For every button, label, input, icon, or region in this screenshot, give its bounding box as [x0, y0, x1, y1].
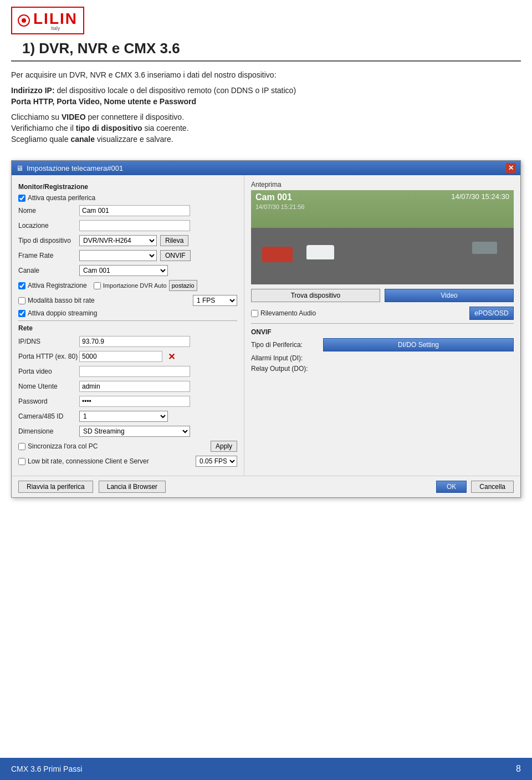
lowbit-label: Low bit rate, connessione Client e Serve…: [28, 457, 149, 465]
porta-video-label: Porta video: [18, 368, 79, 375]
epos-group: ePOS/OSD: [469, 307, 514, 320]
nome-utente-label: Nome Utente: [18, 383, 79, 390]
intro-line3: Porta HTTP, Porta Video, Nome utente e P…: [11, 97, 521, 106]
rilevamento-row: Rilevamento Audio ePOS/OSD: [251, 307, 514, 320]
anteprima-label: Anteprima: [251, 181, 514, 188]
camera-id-select[interactable]: 1: [79, 411, 168, 422]
content: Per acquisire un DVR, NVR e CMX 3.6 inse…: [0, 62, 532, 155]
locazione-input[interactable]: [79, 220, 190, 231]
apply-button[interactable]: Apply: [211, 441, 237, 452]
rilevamento-checkbox[interactable]: [251, 310, 258, 317]
right-panel: Anteprima Cam 001 14/07/30 15:24:30 14/0…: [244, 175, 520, 476]
dido-button[interactable]: DI/DO Setting: [323, 338, 514, 351]
cam-name: Cam 001: [255, 192, 292, 202]
camera-overlay: Cam 001 14/07/30 15:24:30 14/07/30 15:21…: [251, 190, 514, 284]
attiva-doppio-label: Attiva doppio streaming: [28, 309, 97, 317]
tipo-select[interactable]: DVR/NVR-H264: [79, 235, 157, 246]
canale-select[interactable]: Cam 001: [79, 265, 168, 276]
modalita-row: Modalità basso bit rate 1 FPS: [18, 294, 237, 307]
attiva-reg-checkbox[interactable]: [18, 282, 25, 289]
modalita-label: Modalità basso bit rate: [28, 297, 95, 304]
rilevamento-check-group: Rilevamento Audio: [251, 309, 316, 317]
indent-block: Indirizzo IP: del dispositivo locale o d…: [11, 86, 521, 106]
porta-http-input[interactable]: [79, 351, 162, 362]
attiva-periferica-row: Attiva questa periferica: [18, 194, 237, 202]
left-panel: Monitor/Registrazione Attiva questa peri…: [12, 175, 244, 476]
lilin-logo-icon: [18, 14, 30, 27]
video-button[interactable]: Video: [385, 289, 514, 302]
lancia-browser-button[interactable]: Lancia il Browser: [99, 481, 166, 493]
nome-utente-input[interactable]: [79, 381, 190, 392]
dialog-camera-icon: 🖥: [16, 164, 23, 172]
dimensione-row: Dimensione SD Streaming: [18, 425, 237, 437]
modalita-checkbox[interactable]: [18, 297, 25, 304]
modalita-check-group: Modalità basso bit rate: [18, 297, 95, 304]
fps-low-group: 0.05 FPS: [196, 456, 237, 467]
intro-line1: Per acquisire un DVR, NVR e CMX 3.6 inse…: [11, 70, 521, 79]
clear-porta-http-icon[interactable]: ✕: [168, 351, 175, 362]
ip-label: Indirizzo IP:: [11, 86, 55, 95]
dimensione-label: Dimensione: [18, 427, 79, 435]
nome-input[interactable]: [79, 205, 190, 216]
locazione-label: Locazione: [18, 222, 79, 230]
framerate-select[interactable]: [79, 250, 157, 261]
dialog-footer: Riavvia la periferica Lancia il Browser …: [12, 476, 520, 497]
porta-http-row: Porta HTTP (ex. 80) ✕: [18, 350, 237, 363]
framerate-row: Frame Rate ONVIF: [18, 249, 237, 262]
footer-text: CMX 3.6 Primi Passi: [11, 764, 82, 773]
allarmi-row: Allarmi Input (DI):: [251, 354, 514, 362]
camera-id-row: Camera/485 ID 1: [18, 410, 237, 422]
page-number: 8: [516, 764, 521, 774]
dimensione-select[interactable]: SD Streaming: [79, 426, 190, 437]
ip-text: del dispositivo locale o del dispositivo…: [57, 86, 296, 95]
onvif-button[interactable]: ONVIF: [160, 250, 191, 261]
lowbit-checkbox[interactable]: [18, 458, 25, 465]
ip-dns-label: IP/DNS: [18, 338, 79, 345]
trova-dispositivo-button[interactable]: Trova dispositivo: [251, 289, 380, 302]
fps-select[interactable]: 1 FPS: [193, 295, 237, 306]
locazione-row: Locazione: [18, 220, 237, 232]
trova-video-row: Trova dispositivo Video: [251, 289, 514, 302]
attiva-doppio-row: Attiva doppio streaming: [18, 309, 237, 317]
importazione-checkbox[interactable]: [94, 282, 101, 289]
relay-label: Relay Output (DO):: [251, 365, 323, 373]
intro-line2: Indirizzo IP: del dispositivo locale o d…: [11, 86, 521, 95]
relay-row: Relay Output (DO):: [251, 365, 514, 373]
nome-row: Nome: [18, 205, 237, 217]
allarmi-label: Allarmi Input (DI):: [251, 354, 323, 362]
footer-right-buttons: OK Cancella: [436, 481, 514, 493]
postazione-button[interactable]: postazio: [169, 280, 197, 291]
attiva-doppio-checkbox[interactable]: [18, 310, 25, 317]
footer-left-buttons: Riavvia la periferica Lancia il Browser: [18, 481, 166, 493]
dialog-close-button[interactable]: ✕: [506, 163, 516, 173]
attiva-periferica-checkbox[interactable]: [18, 195, 25, 202]
fps-low-select[interactable]: 0.05 FPS: [196, 456, 237, 467]
porta-video-input[interactable]: [79, 366, 190, 377]
header: LILIN Italy: [0, 0, 532, 34]
cancella-button[interactable]: Cancella: [471, 481, 514, 493]
attiva-reg-label: Attiva Registrazione: [28, 282, 87, 289]
ip-input[interactable]: [79, 336, 190, 347]
canale-row: Canale Cam 001: [18, 264, 237, 277]
attiva-periferica-label: Attiva questa periferica: [28, 194, 95, 202]
riavvia-button[interactable]: Riavvia la periferica: [18, 481, 93, 493]
epos-button[interactable]: ePOS/OSD: [469, 307, 514, 320]
sincronizza-checkbox[interactable]: [18, 443, 25, 450]
tipo-controls: DVR/NVR-H264 Rileva: [79, 235, 188, 246]
canale-label: Canale: [18, 267, 79, 274]
password-input[interactable]: [79, 396, 190, 407]
nome-utente-row: Nome Utente: [18, 380, 237, 392]
intro-line6: Scegliamo quale canale visualizzare e sa…: [11, 135, 521, 144]
divider-right1: [251, 323, 514, 324]
onvif-section: ONVIF Tipo di Periferica: DI/DO Setting …: [251, 328, 514, 373]
importazione-group: Importazione DVR Auto postazio: [94, 280, 197, 291]
intro-line5: Verifichiamo che il tipo di dispositivo …: [11, 124, 521, 132]
tipo-periferica-row: Tipo di Periferica: DI/DO Setting: [251, 338, 514, 351]
sincronizza-label: Sincronizza l'ora col PC: [28, 442, 98, 450]
ok-button[interactable]: OK: [436, 481, 467, 493]
dialog-title-left: 🖥 Impostazione telecamera#001: [16, 164, 123, 172]
sincronizza-row: Sincronizza l'ora col PC Apply: [18, 440, 237, 452]
rileva-button[interactable]: Rileva: [160, 235, 188, 246]
monitor-section-label: Monitor/Registrazione: [18, 183, 237, 191]
porta-http-controls: ✕: [79, 351, 175, 362]
